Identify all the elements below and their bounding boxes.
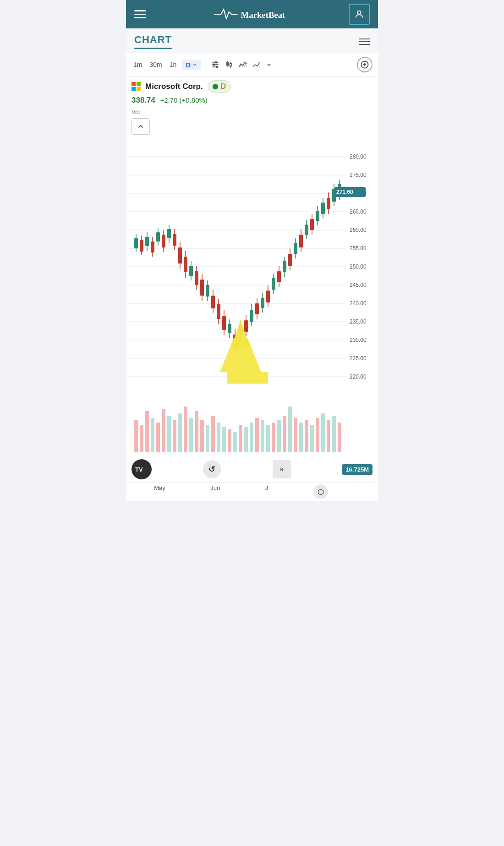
svg-rect-155 xyxy=(305,420,308,452)
svg-rect-106 xyxy=(305,225,308,235)
stock-toggle[interactable]: D xyxy=(208,80,231,93)
svg-rect-92 xyxy=(266,291,270,302)
svg-point-1 xyxy=(357,11,361,14)
svg-rect-72 xyxy=(211,296,215,308)
geo-location-button[interactable]: ⬡ xyxy=(313,484,328,499)
svg-rect-153 xyxy=(294,418,297,452)
svg-text:220.00: 220.00 xyxy=(350,374,367,380)
svg-rect-139 xyxy=(217,423,220,452)
svg-text:280.00: 280.00 xyxy=(350,154,367,160)
svg-rect-110 xyxy=(316,211,319,221)
timeframe-D-dropdown[interactable]: D xyxy=(182,60,201,70)
chart-type-more-dropdown[interactable] xyxy=(266,61,272,68)
svg-rect-125 xyxy=(140,425,143,452)
svg-rect-152 xyxy=(288,407,292,452)
line-chart-icon[interactable] xyxy=(252,60,261,69)
svg-rect-132 xyxy=(178,413,182,452)
volume-label: Vol xyxy=(126,108,378,116)
svg-rect-84 xyxy=(244,320,248,332)
chevron-down-icon xyxy=(192,62,197,67)
svg-rect-124 xyxy=(134,420,138,452)
volume-value-badge: 16.725M xyxy=(342,464,373,475)
svg-rect-148 xyxy=(266,425,270,452)
volume-chart-area[interactable] xyxy=(126,397,378,456)
svg-rect-141 xyxy=(228,429,231,452)
svg-point-7 xyxy=(216,66,218,67)
svg-text:230.00: 230.00 xyxy=(350,337,367,343)
x-label-may: May xyxy=(154,484,165,499)
svg-text:275.00: 275.00 xyxy=(350,172,367,178)
svg-rect-88 xyxy=(255,303,259,314)
svg-rect-144 xyxy=(244,427,248,452)
stock-current-price: 338.74 xyxy=(131,96,155,104)
svg-rect-127 xyxy=(151,418,154,452)
svg-rect-140 xyxy=(222,427,226,452)
timeframe-1m[interactable]: 1m xyxy=(131,60,144,69)
svg-rect-58 xyxy=(173,234,176,246)
toolbar-chart-icons xyxy=(211,60,272,69)
tradingview-logo: TV xyxy=(131,459,152,479)
svg-rect-129 xyxy=(162,409,165,452)
refresh-button[interactable]: ↺ xyxy=(203,460,221,478)
svg-text:271.60: 271.60 xyxy=(336,189,353,195)
x-axis-labels: May Jun J ⬡ xyxy=(126,482,378,501)
svg-text:MarketBeat: MarketBeat xyxy=(241,10,285,20)
svg-rect-90 xyxy=(261,298,264,308)
svg-rect-96 xyxy=(277,271,281,282)
svg-text:250.00: 250.00 xyxy=(350,264,367,270)
svg-rect-137 xyxy=(206,425,209,452)
svg-rect-98 xyxy=(283,261,286,272)
x-label-j: J xyxy=(265,484,268,499)
sliders-icon[interactable] xyxy=(211,60,220,69)
svg-rect-52 xyxy=(156,232,160,242)
candlestick-chart-area[interactable]: 280.00 275.00 270.00 265.00 260.00 255.0… xyxy=(126,138,378,397)
stock-price-row: 338.74 +2.70 (+0.80%) xyxy=(126,95,378,108)
svg-rect-146 xyxy=(255,418,259,452)
svg-text:235.00: 235.00 xyxy=(350,319,367,325)
chart-section-menu[interactable] xyxy=(359,38,370,45)
svg-rect-44 xyxy=(134,238,138,248)
svg-rect-70 xyxy=(206,285,209,297)
area-chart-icon[interactable] xyxy=(238,60,247,69)
svg-rect-158 xyxy=(321,413,325,452)
svg-rect-50 xyxy=(151,242,154,253)
volume-svg xyxy=(126,397,378,457)
chart-toolbar: 1m 30m 1h D xyxy=(126,53,378,77)
svg-text:245.00: 245.00 xyxy=(350,282,367,288)
svg-rect-78 xyxy=(228,324,231,333)
svg-text:TV: TV xyxy=(135,466,143,473)
svg-text:240.00: 240.00 xyxy=(350,300,367,307)
microsoft-logo xyxy=(131,82,141,91)
timeframe-selector: 1m 30m 1h D xyxy=(131,60,201,70)
svg-rect-156 xyxy=(310,425,314,452)
svg-rect-112 xyxy=(321,203,325,214)
svg-rect-150 xyxy=(277,420,281,452)
candlestick-chart-icon[interactable] xyxy=(225,60,234,69)
svg-rect-157 xyxy=(316,418,319,452)
forward-button[interactable]: » xyxy=(273,460,291,478)
svg-rect-145 xyxy=(250,423,253,452)
logo: MarketBeat xyxy=(206,6,289,22)
chart-bottom-controls: TV ↺ » 16.725M xyxy=(126,456,378,482)
svg-rect-128 xyxy=(156,423,160,452)
svg-rect-136 xyxy=(200,420,204,452)
stock-price-change: +2.70 (+0.80%) xyxy=(160,96,207,104)
hamburger-menu[interactable] xyxy=(134,10,146,18)
svg-text:225.00: 225.00 xyxy=(350,355,367,362)
timeframe-30m[interactable]: 30m xyxy=(148,60,164,69)
stock-name: Microsoft Corp. xyxy=(145,82,203,91)
svg-rect-64 xyxy=(189,266,193,276)
svg-rect-86 xyxy=(250,310,253,322)
add-indicator-button[interactable] xyxy=(357,57,373,72)
svg-rect-8 xyxy=(227,62,228,66)
svg-rect-104 xyxy=(299,235,303,247)
svg-rect-76 xyxy=(222,316,226,330)
chart-section-header: CHART xyxy=(126,28,378,53)
svg-point-5 xyxy=(215,61,217,63)
svg-rect-138 xyxy=(211,416,215,452)
collapse-button[interactable] xyxy=(131,118,150,135)
svg-rect-66 xyxy=(195,271,198,285)
svg-rect-161 xyxy=(338,423,341,452)
user-account-button[interactable] xyxy=(349,4,370,25)
timeframe-1h[interactable]: 1h xyxy=(168,60,179,69)
